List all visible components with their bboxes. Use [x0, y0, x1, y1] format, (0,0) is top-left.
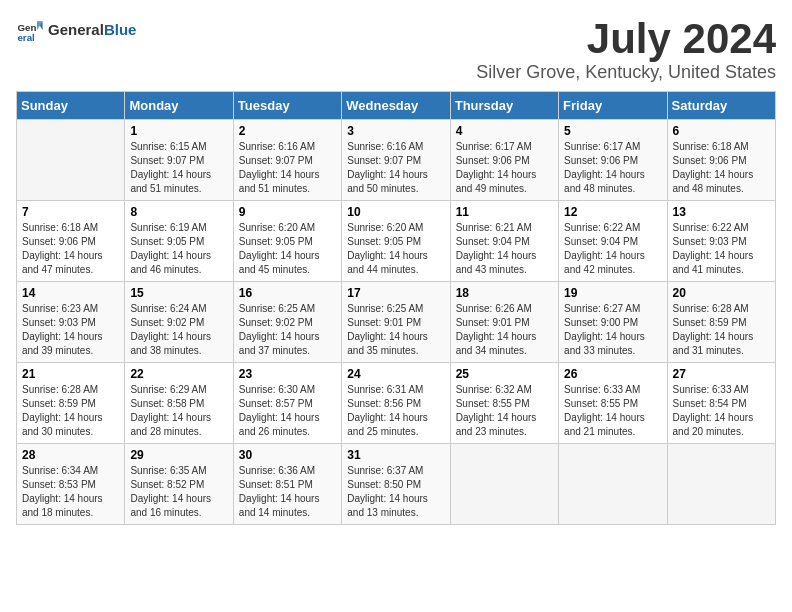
- day-info: Sunrise: 6:18 AM Sunset: 9:06 PM Dayligh…: [673, 140, 770, 196]
- calendar-cell: 24Sunrise: 6:31 AM Sunset: 8:56 PM Dayli…: [342, 363, 450, 444]
- day-info: Sunrise: 6:26 AM Sunset: 9:01 PM Dayligh…: [456, 302, 553, 358]
- day-info: Sunrise: 6:27 AM Sunset: 9:00 PM Dayligh…: [564, 302, 661, 358]
- day-number: 2: [239, 124, 336, 138]
- logo-text: GeneralBlue: [48, 22, 136, 38]
- day-info: Sunrise: 6:15 AM Sunset: 9:07 PM Dayligh…: [130, 140, 227, 196]
- calendar-table: SundayMondayTuesdayWednesdayThursdayFrid…: [16, 91, 776, 525]
- day-number: 20: [673, 286, 770, 300]
- day-of-week-header: Saturday: [667, 92, 775, 120]
- day-of-week-header: Monday: [125, 92, 233, 120]
- calendar-cell: 30Sunrise: 6:36 AM Sunset: 8:51 PM Dayli…: [233, 444, 341, 525]
- calendar-cell: 16Sunrise: 6:25 AM Sunset: 9:02 PM Dayli…: [233, 282, 341, 363]
- day-info: Sunrise: 6:16 AM Sunset: 9:07 PM Dayligh…: [347, 140, 444, 196]
- day-info: Sunrise: 6:16 AM Sunset: 9:07 PM Dayligh…: [239, 140, 336, 196]
- day-number: 31: [347, 448, 444, 462]
- calendar-cell: 28Sunrise: 6:34 AM Sunset: 8:53 PM Dayli…: [17, 444, 125, 525]
- day-info: Sunrise: 6:37 AM Sunset: 8:50 PM Dayligh…: [347, 464, 444, 520]
- calendar-cell: 19Sunrise: 6:27 AM Sunset: 9:00 PM Dayli…: [559, 282, 667, 363]
- calendar-cell: 2Sunrise: 6:16 AM Sunset: 9:07 PM Daylig…: [233, 120, 341, 201]
- day-of-week-header: Sunday: [17, 92, 125, 120]
- day-info: Sunrise: 6:33 AM Sunset: 8:54 PM Dayligh…: [673, 383, 770, 439]
- location-title: Silver Grove, Kentucky, United States: [476, 62, 776, 83]
- calendar-cell: 6Sunrise: 6:18 AM Sunset: 9:06 PM Daylig…: [667, 120, 775, 201]
- day-number: 14: [22, 286, 119, 300]
- day-number: 30: [239, 448, 336, 462]
- calendar-cell: 1Sunrise: 6:15 AM Sunset: 9:07 PM Daylig…: [125, 120, 233, 201]
- calendar-cell: 20Sunrise: 6:28 AM Sunset: 8:59 PM Dayli…: [667, 282, 775, 363]
- calendar-week-row: 1Sunrise: 6:15 AM Sunset: 9:07 PM Daylig…: [17, 120, 776, 201]
- calendar-cell: 22Sunrise: 6:29 AM Sunset: 8:58 PM Dayli…: [125, 363, 233, 444]
- day-number: 22: [130, 367, 227, 381]
- day-info: Sunrise: 6:31 AM Sunset: 8:56 PM Dayligh…: [347, 383, 444, 439]
- day-number: 21: [22, 367, 119, 381]
- day-info: Sunrise: 6:36 AM Sunset: 8:51 PM Dayligh…: [239, 464, 336, 520]
- day-number: 13: [673, 205, 770, 219]
- day-number: 9: [239, 205, 336, 219]
- calendar-cell: 10Sunrise: 6:20 AM Sunset: 9:05 PM Dayli…: [342, 201, 450, 282]
- day-number: 4: [456, 124, 553, 138]
- day-of-week-header: Thursday: [450, 92, 558, 120]
- day-info: Sunrise: 6:32 AM Sunset: 8:55 PM Dayligh…: [456, 383, 553, 439]
- day-number: 24: [347, 367, 444, 381]
- header: Gen eral GeneralBlue July 2024 Silver Gr…: [16, 16, 776, 83]
- day-number: 1: [130, 124, 227, 138]
- calendar-cell: 8Sunrise: 6:19 AM Sunset: 9:05 PM Daylig…: [125, 201, 233, 282]
- day-info: Sunrise: 6:24 AM Sunset: 9:02 PM Dayligh…: [130, 302, 227, 358]
- calendar-cell: 23Sunrise: 6:30 AM Sunset: 8:57 PM Dayli…: [233, 363, 341, 444]
- calendar-cell: 9Sunrise: 6:20 AM Sunset: 9:05 PM Daylig…: [233, 201, 341, 282]
- day-info: Sunrise: 6:30 AM Sunset: 8:57 PM Dayligh…: [239, 383, 336, 439]
- calendar-cell: 4Sunrise: 6:17 AM Sunset: 9:06 PM Daylig…: [450, 120, 558, 201]
- day-info: Sunrise: 6:20 AM Sunset: 9:05 PM Dayligh…: [347, 221, 444, 277]
- day-number: 6: [673, 124, 770, 138]
- day-number: 7: [22, 205, 119, 219]
- day-info: Sunrise: 6:17 AM Sunset: 9:06 PM Dayligh…: [564, 140, 661, 196]
- calendar-cell: 13Sunrise: 6:22 AM Sunset: 9:03 PM Dayli…: [667, 201, 775, 282]
- day-info: Sunrise: 6:29 AM Sunset: 8:58 PM Dayligh…: [130, 383, 227, 439]
- calendar-cell: 12Sunrise: 6:22 AM Sunset: 9:04 PM Dayli…: [559, 201, 667, 282]
- day-number: 12: [564, 205, 661, 219]
- day-of-week-header: Tuesday: [233, 92, 341, 120]
- logo-general: General: [48, 21, 104, 38]
- calendar-cell: 26Sunrise: 6:33 AM Sunset: 8:55 PM Dayli…: [559, 363, 667, 444]
- day-number: 27: [673, 367, 770, 381]
- day-number: 17: [347, 286, 444, 300]
- title-area: July 2024 Silver Grove, Kentucky, United…: [476, 16, 776, 83]
- svg-text:eral: eral: [17, 32, 35, 43]
- calendar-week-row: 21Sunrise: 6:28 AM Sunset: 8:59 PM Dayli…: [17, 363, 776, 444]
- day-number: 18: [456, 286, 553, 300]
- day-info: Sunrise: 6:20 AM Sunset: 9:05 PM Dayligh…: [239, 221, 336, 277]
- calendar-cell: 31Sunrise: 6:37 AM Sunset: 8:50 PM Dayli…: [342, 444, 450, 525]
- day-number: 11: [456, 205, 553, 219]
- calendar-cell: [559, 444, 667, 525]
- day-number: 19: [564, 286, 661, 300]
- calendar-cell: [450, 444, 558, 525]
- day-info: Sunrise: 6:28 AM Sunset: 8:59 PM Dayligh…: [673, 302, 770, 358]
- calendar-cell: 21Sunrise: 6:28 AM Sunset: 8:59 PM Dayli…: [17, 363, 125, 444]
- day-info: Sunrise: 6:34 AM Sunset: 8:53 PM Dayligh…: [22, 464, 119, 520]
- month-title: July 2024: [476, 16, 776, 62]
- calendar-week-row: 28Sunrise: 6:34 AM Sunset: 8:53 PM Dayli…: [17, 444, 776, 525]
- day-info: Sunrise: 6:17 AM Sunset: 9:06 PM Dayligh…: [456, 140, 553, 196]
- calendar-cell: 25Sunrise: 6:32 AM Sunset: 8:55 PM Dayli…: [450, 363, 558, 444]
- day-number: 28: [22, 448, 119, 462]
- calendar-cell: 14Sunrise: 6:23 AM Sunset: 9:03 PM Dayli…: [17, 282, 125, 363]
- logo: Gen eral GeneralBlue: [16, 16, 136, 44]
- day-number: 3: [347, 124, 444, 138]
- calendar-cell: 17Sunrise: 6:25 AM Sunset: 9:01 PM Dayli…: [342, 282, 450, 363]
- day-info: Sunrise: 6:28 AM Sunset: 8:59 PM Dayligh…: [22, 383, 119, 439]
- day-info: Sunrise: 6:19 AM Sunset: 9:05 PM Dayligh…: [130, 221, 227, 277]
- logo-icon: Gen eral: [16, 16, 44, 44]
- day-number: 26: [564, 367, 661, 381]
- day-info: Sunrise: 6:21 AM Sunset: 9:04 PM Dayligh…: [456, 221, 553, 277]
- calendar-cell: 27Sunrise: 6:33 AM Sunset: 8:54 PM Dayli…: [667, 363, 775, 444]
- day-info: Sunrise: 6:22 AM Sunset: 9:04 PM Dayligh…: [564, 221, 661, 277]
- day-info: Sunrise: 6:25 AM Sunset: 9:02 PM Dayligh…: [239, 302, 336, 358]
- day-info: Sunrise: 6:22 AM Sunset: 9:03 PM Dayligh…: [673, 221, 770, 277]
- calendar-week-row: 14Sunrise: 6:23 AM Sunset: 9:03 PM Dayli…: [17, 282, 776, 363]
- day-info: Sunrise: 6:23 AM Sunset: 9:03 PM Dayligh…: [22, 302, 119, 358]
- day-number: 10: [347, 205, 444, 219]
- calendar-cell: [667, 444, 775, 525]
- day-number: 5: [564, 124, 661, 138]
- calendar-cell: 7Sunrise: 6:18 AM Sunset: 9:06 PM Daylig…: [17, 201, 125, 282]
- calendar-cell: 5Sunrise: 6:17 AM Sunset: 9:06 PM Daylig…: [559, 120, 667, 201]
